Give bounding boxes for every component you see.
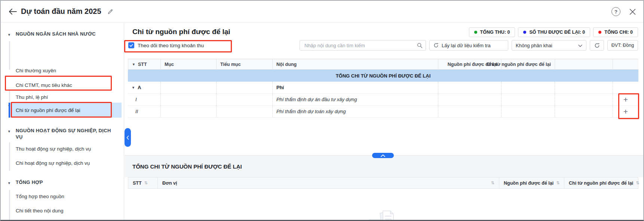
column-header-label: Nguồn phí được để lại	[504, 181, 553, 186]
sidebar-section-tong-hop[interactable]: ▼ TỔNG HỢP	[16, 179, 43, 185]
column-header-don-vi[interactable]: Đơn vị ⇅	[158, 177, 499, 189]
column-header-chi-tu-nguon-phi[interactable]: Chi từ nguồn phí được để lại ⇅	[564, 177, 638, 189]
sidebar-section-ngan-sach[interactable]: ▼ NGUỒN NGÂN SÁCH NHÀ NƯỚC	[16, 31, 96, 37]
check-icon	[129, 44, 133, 47]
sidebar-item-chi-ctmt[interactable]: Chi CTMT, mục tiêu khác	[16, 82, 72, 89]
help-icon[interactable]: ?	[611, 7, 620, 16]
badge-tong-chi: TỔNG CHI: 0	[593, 27, 638, 37]
sidebar: ▼ NGUỒN NGÂN SÁCH NHÀ NƯỚC Chi thường xu…	[1, 23, 124, 220]
column-header-empty	[555, 59, 613, 70]
edit-title-button[interactable]	[107, 9, 113, 15]
column-header-label: STT	[138, 62, 147, 67]
sidebar-item-label: Chi từ nguồn phí được để lại	[16, 108, 80, 113]
sidebar-item-label: Tổng hợp theo nguồn	[16, 194, 64, 199]
sidebar-item-thu-phi-le-phi[interactable]: Thu phí, lệ phí	[16, 94, 48, 101]
toolbar: Lấy lại dữ liệu kiểm tra Không phân khai…	[300, 40, 638, 51]
cell-stt[interactable]: ▼ A	[128, 82, 161, 94]
cell-chi-tu-nguon-phi	[502, 82, 555, 94]
cell-actions: +	[613, 94, 638, 106]
sidebar-item-thu-hoat-dong[interactable]: Thu hoạt động sự nghiệp, dịch vụ	[16, 145, 91, 152]
cell-chi-tu-nguon-phi	[502, 94, 555, 106]
indent-guide	[9, 142, 10, 171]
sort-icon[interactable]: ⇅	[491, 181, 494, 185]
cell-actions	[613, 82, 638, 94]
column-header-actions	[613, 59, 638, 70]
cell-extra	[555, 94, 613, 106]
back-arrow-icon	[9, 9, 17, 15]
top-header: Dự toán đầu năm 2025 ?	[1, 1, 643, 22]
cell-extra	[555, 106, 613, 118]
chevron-down-icon[interactable]: ▼	[132, 86, 135, 90]
cell-noi-dung: Phí thẩm định dự toán xây dựng	[273, 106, 438, 118]
row-noi-dung-label: Phí thẩm định dự án đầu tư xây dựng	[276, 97, 357, 102]
indent-guide	[9, 190, 10, 221]
window-title: Dự toán đầu năm 2025	[21, 7, 101, 16]
summary-table: STT ⇅ Đơn vị ⇅ Nguồn phí được để lại ⇅ C…	[128, 177, 638, 189]
column-header-label: Chi từ nguồn phí được để lại	[487, 62, 551, 67]
panel-collapse-button[interactable]	[372, 153, 394, 158]
summary-badges: TỔNG THU: 0 SỐ THU ĐƯỢC ĐỂ LẠI: 0 TỔNG C…	[469, 27, 638, 37]
chevron-down-icon: ▼	[7, 180, 11, 187]
refresh-button[interactable]	[590, 40, 604, 51]
cell-extra	[555, 82, 613, 94]
column-header-label: Tiểu mục	[220, 62, 241, 67]
column-header-stt[interactable]: STT ⇅	[128, 177, 158, 189]
column-header-muc[interactable]: Mục	[161, 59, 217, 70]
cell-tieu-muc	[217, 94, 273, 106]
detail-table: ▼ STT Mục Tiểu mục Nội dung Nguồn phí đư…	[128, 59, 638, 118]
indent-guide	[9, 91, 10, 102]
sidebar-item-chi-tu-nguon-phi-selected[interactable]: Chi từ nguồn phí được để lại	[9, 103, 122, 118]
back-button[interactable]	[7, 6, 18, 17]
cell-chi-tu-nguon-phi	[502, 106, 555, 118]
column-header-stt[interactable]: ▼ STT	[128, 59, 161, 70]
reload-button-label: Lấy lại dữ liệu kiểm tra	[442, 43, 491, 48]
column-header-nguon-phi[interactable]: Nguồn phí được để lại ⇅	[499, 177, 564, 189]
refresh-icon	[594, 43, 600, 48]
sort-icon[interactable]: ⇅	[144, 181, 148, 185]
cell-noi-dung: Phí	[273, 82, 438, 94]
reload-data-button[interactable]: Lấy lại dữ liệu kiểm tra	[429, 40, 508, 51]
chevron-down-icon	[578, 43, 582, 48]
sidebar-section-hoat-dong-su-nghiep[interactable]: ▼ NGUỒN HOẠT ĐỘNG SỰ NGHIỆP, DỊCH VỤ	[16, 127, 114, 140]
add-row-button[interactable]: +	[623, 108, 628, 115]
column-header-chi-tu-nguon-phi[interactable]: Chi từ nguồn phí được để lại	[502, 59, 555, 70]
sort-icon[interactable]: ⇅	[636, 181, 639, 185]
chevron-down-icon: ▼	[132, 63, 135, 66]
close-icon[interactable]	[629, 9, 636, 15]
checkbox-label: Theo dõi theo từng khoản thu	[138, 43, 204, 48]
cell-tieu-muc	[217, 106, 273, 118]
sidebar-section-label: TỔNG HỢP	[16, 179, 43, 185]
sidebar-item-label: Chi tiết theo nội dung	[16, 208, 64, 214]
sidebar-collapse-handle[interactable]	[125, 128, 131, 147]
sidebar-item-label: Chi thường xuyên	[16, 68, 56, 73]
total-row: TỔNG CHI TỪ NGUỒN PHÍ ĐƯỢC ĐỂ LẠI	[128, 70, 638, 82]
sort-icon[interactable]: ⇅	[556, 181, 559, 185]
sidebar-item-chi-hoat-dong[interactable]: Chi hoạt động sự nghiệp, dịch vụ	[16, 160, 90, 167]
column-header-tieu-muc[interactable]: Tiểu mục	[217, 59, 273, 70]
page-title: Chi từ nguồn phí được để lại	[132, 28, 230, 36]
search-input[interactable]	[304, 42, 417, 49]
column-header-label: STT	[133, 181, 142, 186]
column-header-label: Chi từ nguồn phí được để lại	[569, 181, 633, 186]
red-dot-icon	[598, 31, 601, 34]
track-by-receipt-checkbox-row[interactable]: Theo dõi theo từng khoản thu	[128, 40, 204, 51]
row-noi-dung-label: Phí thẩm định dự toán xây dựng	[276, 109, 346, 114]
indent-guide	[9, 41, 10, 70]
cell-noi-dung: Phí thẩm định dự án đầu tư xây dựng	[273, 94, 438, 106]
checkbox-checked-icon[interactable]	[128, 42, 134, 48]
summary-panel-titleband: TỔNG CHI TỪ NGUỒN PHÍ ĐƯỢC ĐỂ LẠI	[125, 155, 643, 177]
search-icon[interactable]	[417, 43, 423, 48]
add-row-button[interactable]: +	[623, 96, 628, 103]
allocation-dropdown[interactable]: Không phân khai	[512, 40, 586, 51]
sidebar-item-chi-thuong-xuyen[interactable]: Chi thường xuyên	[16, 67, 56, 74]
column-header-noi-dung[interactable]: Nội dung	[273, 59, 438, 70]
sidebar-item-tong-hop-theo-nguon[interactable]: Tổng hợp theo nguồn	[16, 193, 64, 200]
sidebar-item-chi-tiet-theo-noi-dung[interactable]: Chi tiết theo nội dung	[16, 207, 64, 214]
column-header-label: Đơn vị	[162, 181, 177, 186]
cell-stt: II	[128, 106, 161, 118]
sidebar-item-label: Thu hoạt động sự nghiệp, dịch vụ	[16, 146, 91, 152]
badge-tong-thu: TỔNG THU: 0	[469, 27, 515, 37]
chevron-up-icon	[381, 154, 385, 157]
cell-nguon-phi	[438, 106, 502, 118]
cell-nguon-phi	[438, 82, 502, 94]
